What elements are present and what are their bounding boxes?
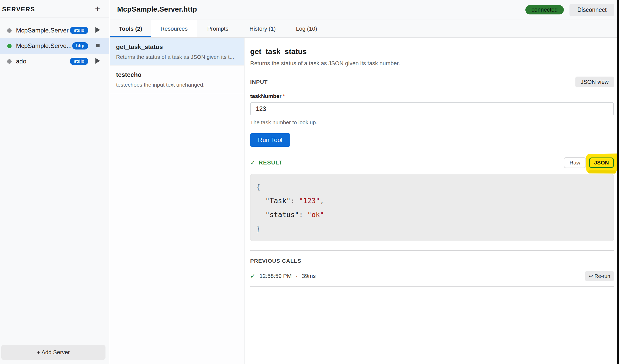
result-label-text: RESULT [259,159,282,166]
required-asterisk: * [283,93,285,99]
add-server-plus-icon[interactable]: + [95,4,100,13]
call-time: 12:58:59 PM [259,273,292,279]
tab-bar: Tools (2) Resources Prompts History (1) … [110,20,617,38]
top-bar: McpSample.Server.http connected Disconne… [110,0,617,20]
rerun-label: Re-run [594,273,610,279]
transport-badge: http [72,42,88,49]
tool-detail-title: get_task_status [250,47,614,56]
add-server-button[interactable]: + Add Server [1,345,105,360]
tab-prompts[interactable]: Prompts [197,20,239,37]
tool-name: testecho [116,71,237,78]
server-status-dot-icon [7,59,12,64]
previous-call-info: ✓ 12:58:59 PM · 39ms [250,272,316,280]
tool-name: get_task_status [116,43,237,51]
section-divider [250,250,614,251]
transport-badge: stdio [70,27,88,34]
field-help-text: The task number to look up. [250,119,614,126]
disconnect-button[interactable]: Disconnect [569,4,614,16]
input-section-label: INPUT [250,79,268,85]
server-name: McpSample.Serve... [16,42,72,49]
transport-badge: stdio [70,58,88,65]
previous-call-row: ✓ 12:58:59 PM · 39ms ↩ Re-run [250,271,614,281]
tool-detail-description: Returns the status of a task as JSON giv… [250,60,614,67]
rerun-icon: ↩ [589,273,593,279]
json-view-toggle-button[interactable]: JSON view [575,77,614,87]
screen-edge-bar [617,0,619,364]
server-status-dot-icon [7,28,12,33]
sidebar-header: SERVERS + [0,0,109,18]
page-title: McpSample.Server.http [117,5,197,13]
json-toggle-wrapper: JSON [589,158,614,168]
server-list-item[interactable]: ado stdio [0,54,109,69]
task-number-input[interactable] [250,102,614,115]
stop-icon [96,44,100,47]
tool-description: testechoes the input text unchanged. [116,82,237,88]
server-name: McpSample.Server [16,27,70,34]
server-list-item-selected[interactable]: McpSample.Serve... http [0,38,109,54]
stop-server-button[interactable] [93,44,102,48]
call-separator: · [296,273,298,279]
previous-calls-label: PREVIOUS CALLS [250,258,614,264]
server-status-dot-icon-connected [7,44,12,48]
sidebar-title: SERVERS [2,6,35,13]
tab-history[interactable]: History (1) [239,20,287,37]
tool-list: get_task_status Returns the status of a … [110,38,245,364]
connection-controls: connected Disconnect [525,0,614,20]
start-server-button[interactable] [93,27,102,34]
result-json-code-block: { "Task": "123", "status": "ok" } [250,174,614,241]
field-label: taskNumber* [250,93,614,99]
tool-detail-panel: get_task_status Returns the status of a … [245,38,617,364]
call-duration: 39ms [302,273,316,279]
success-check-icon: ✓ [250,159,256,166]
servers-sidebar: SERVERS + McpSample.Server stdio McpSamp… [0,0,109,364]
raw-toggle-button[interactable]: Raw [564,157,586,168]
code-line: "status": "ok" [256,208,614,222]
server-list: McpSample.Server stdio McpSample.Serve..… [0,23,109,69]
code-line: } [256,222,614,236]
play-icon [95,27,100,33]
tool-description: Returns the status of a task as JSON giv… [116,54,237,60]
rerun-button[interactable]: ↩ Re-run [585,271,614,281]
json-toggle-button[interactable]: JSON [589,158,614,168]
server-name: ado [16,58,70,65]
tool-list-item[interactable]: testecho testechoes the input text uncha… [110,65,244,93]
code-line: "Task": "123", [256,194,614,208]
code-line: { [256,180,614,194]
tab-tools[interactable]: Tools (2) [110,20,151,37]
tool-list-item-selected[interactable]: get_task_status Returns the status of a … [110,38,244,65]
start-server-button[interactable] [93,58,102,65]
play-icon [95,58,100,64]
connection-status-badge: connected [525,5,564,14]
server-list-item[interactable]: McpSample.Server stdio [0,23,109,38]
tab-log[interactable]: Log (10) [287,20,327,37]
result-section-header: ✓ RESULT Raw JSON [250,157,614,168]
result-view-toggle: Raw JSON [564,157,614,168]
run-tool-button[interactable]: Run Tool [250,133,290,147]
call-success-check-icon: ✓ [250,272,255,280]
input-section-header: INPUT JSON view [250,77,614,87]
tab-resources[interactable]: Resources [151,20,197,37]
field-name: taskNumber [250,93,281,99]
previous-calls-divider [250,286,614,287]
result-label: ✓ RESULT [250,159,282,166]
